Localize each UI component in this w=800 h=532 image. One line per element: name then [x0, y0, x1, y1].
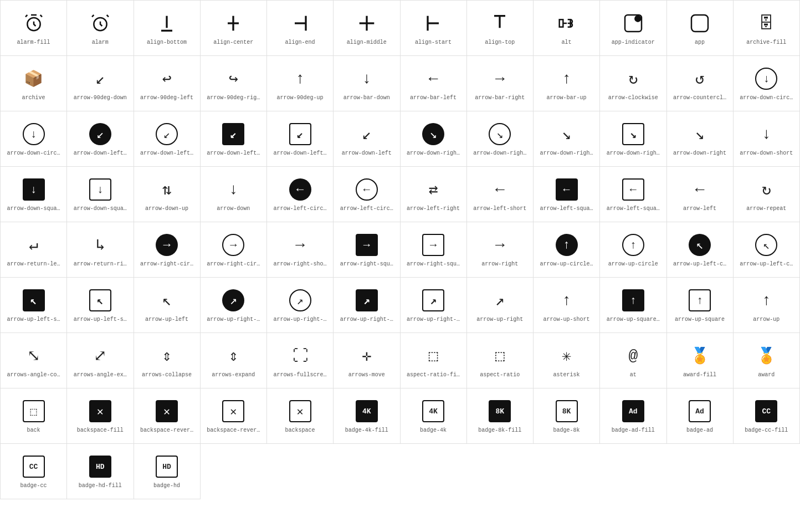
icon-cell-arrow-up-left[interactable]: ↖arrow-up-left — [134, 278, 201, 333]
icon-cell-arrows-fullscre-[interactable]: ⛶arrows-fullscre… — [267, 333, 334, 388]
icon-cell-asterisk[interactable]: ✳asterisk — [534, 333, 600, 388]
icon-cell-alarm[interactable]: alarm — [67, 1, 134, 56]
icon-cell-arrow-down-left-[interactable]: ↙arrow-down-left… — [67, 111, 134, 167]
icon-cell-aspect-ratio[interactable]: ⬚aspect-ratio — [467, 333, 534, 388]
icon-cell-archive-fill[interactable]: 🗄archive-fill — [734, 1, 800, 56]
icon-cell-arrow-bar-down[interactable]: ↓arrow-bar-down — [334, 56, 400, 111]
icon-cell-arrow-left-right[interactable]: ⇄arrow-left-right — [401, 167, 467, 222]
icon-cell-align-middle[interactable]: align-middle — [334, 1, 400, 56]
icon-cell-arrow-up-right--[interactable]: ↗arrow-up-right-… — [334, 278, 400, 333]
icon-cell-badge-ad[interactable]: Adbadge-ad — [667, 388, 734, 444]
icon-cell-arrow-90deg-left[interactable]: ↩arrow-90deg-left — [134, 56, 201, 111]
icon-cell-arrow-down-squa-[interactable]: ↓arrow-down-squa… — [67, 167, 134, 222]
icon-cell-arrows-angle-ex-[interactable]: ⤢arrows-angle-ex… — [67, 333, 134, 388]
icon-cell-arrow-countercl-[interactable]: ↺arrow-countercl… — [667, 56, 734, 111]
icon-cell-arrow-down-righ-[interactable]: ↘arrow-down-righ… — [467, 111, 534, 167]
icon-cell-badge-hd-fill[interactable]: HDbadge-hd-fill — [67, 444, 134, 499]
icon-cell-badge-ad-fill[interactable]: Adbadge-ad-fill — [600, 388, 666, 444]
icon-cell-backspace-rever-[interactable]: ✕backspace-rever… — [201, 388, 267, 444]
icon-cell-app[interactable]: app — [667, 1, 734, 56]
icon-cell-arrow-up-left-c-[interactable]: ↖arrow-up-left-c… — [667, 222, 734, 278]
icon-cell-arrows-collapse[interactable]: ⇕arrows-collapse — [134, 333, 201, 388]
icon-cell-arrow-up-short[interactable]: ↑arrow-up-short — [534, 278, 600, 333]
icon-cell-arrow-down-short[interactable]: ↓arrow-down-short — [734, 111, 800, 167]
icon-cell-arrow-90deg-up[interactable]: ↑arrow-90deg-up — [267, 56, 334, 111]
icon-cell-align-start[interactable]: align-start — [401, 1, 467, 56]
icon-cell-arrow-90deg-down[interactable]: ↙arrow-90deg-down — [67, 56, 134, 111]
icon-label: align-start — [415, 39, 452, 46]
icon-cell-arrow-down-righ-[interactable]: ↘arrow-down-righ… — [401, 111, 467, 167]
icon-cell-arrows-expand[interactable]: ⇕arrows-expand — [201, 333, 267, 388]
icon-cell-badge-8k-fill[interactable]: 8Kbadge-8k-fill — [467, 388, 534, 444]
icon-cell-arrow-up-right--[interactable]: ↗arrow-up-right-… — [401, 278, 467, 333]
icon-cell-badge-cc-fill[interactable]: CCbadge-cc-fill — [734, 388, 800, 444]
icon-cell-arrow-up-circle-[interactable]: ↑arrow-up-circle… — [534, 222, 600, 278]
icon-cell-arrow-left-squa-[interactable]: ←arrow-left-squa… — [600, 167, 666, 222]
icon-cell-arrow-left-circ-[interactable]: ←arrow-left-circ… — [334, 167, 400, 222]
icon-cell-arrow-down-left-[interactable]: ↙arrow-down-left… — [201, 111, 267, 167]
icon-cell-alarm-fill[interactable]: alarm-fill — [1, 1, 67, 56]
icon-cell-award[interactable]: 🏅award — [734, 333, 800, 388]
icon-cell-align-bottom[interactable]: align-bottom — [134, 1, 201, 56]
icon-cell-arrow-left-squa-[interactable]: ←arrow-left-squa… — [534, 167, 600, 222]
icon-cell-arrow-down-left-[interactable]: ↙arrow-down-left… — [267, 111, 334, 167]
icon-cell-arrow-bar-up[interactable]: ↑arrow-bar-up — [534, 56, 600, 111]
icon-cell-arrows-angle-co-[interactable]: ⤡arrows-angle-co… — [1, 333, 67, 388]
icon-cell-arrow-return-le-[interactable]: ↵arrow-return-le… — [1, 222, 67, 278]
icon-cell-arrow-left[interactable]: ←arrow-left — [667, 167, 734, 222]
icon-cell-arrow-right-cir-[interactable]: →arrow-right-cir… — [201, 222, 267, 278]
icon-cell-arrow-down-righ-[interactable]: ↘arrow-down-righ… — [600, 111, 666, 167]
icon-cell-arrow-right-squ-[interactable]: →arrow-right-squ… — [401, 222, 467, 278]
icon-cell-arrow-up-circle[interactable]: ↑arrow-up-circle — [600, 222, 666, 278]
icon-cell-arrow-clockwise[interactable]: ↻arrow-clockwise — [600, 56, 666, 111]
icon-cell-arrow-down-righ-[interactable]: ↘arrow-down-righ… — [534, 111, 600, 167]
icon-cell-arrow-down-right[interactable]: ↘arrow-down-right — [667, 111, 734, 167]
icon-cell-arrow-bar-left[interactable]: ←arrow-bar-left — [401, 56, 467, 111]
icon-cell-arrow-down-left-[interactable]: ↙arrow-down-left… — [134, 111, 201, 167]
icon-cell-backspace-fill[interactable]: ✕backspace-fill — [67, 388, 134, 444]
icon-cell-arrow-up-square-[interactable]: ↑arrow-up-square… — [600, 278, 666, 333]
icon-cell-app-indicator[interactable]: app-indicator — [600, 1, 666, 56]
icon-cell-arrow-left-circ-[interactable]: ←arrow-left-circ… — [267, 167, 334, 222]
icon-cell-arrow-return-ri-[interactable]: ↳arrow-return-ri… — [67, 222, 134, 278]
icon-cell-arrow-right-squ-[interactable]: →arrow-right-squ… — [334, 222, 400, 278]
icon-cell-arrow-left-short[interactable]: ←arrow-left-short — [467, 167, 534, 222]
icon-cell-alt[interactable]: alt — [534, 1, 600, 56]
icon-cell-arrow-right-sho-[interactable]: →arrow-right-sho… — [267, 222, 334, 278]
icon-cell-badge-4k[interactable]: 4Kbadge-4k — [401, 388, 467, 444]
icon-cell-align-end[interactable]: align-end — [267, 1, 334, 56]
icon-cell-arrow-up-right[interactable]: ↗arrow-up-right — [467, 278, 534, 333]
icon-cell-back[interactable]: ⬚back — [1, 388, 67, 444]
icon-cell-badge-8k[interactable]: 8Kbadge-8k — [534, 388, 600, 444]
icon-cell-arrow-right[interactable]: →arrow-right — [467, 222, 534, 278]
icon-cell-arrow-up-left-s-[interactable]: ↖arrow-up-left-s… — [1, 278, 67, 333]
icon-cell-arrow-repeat[interactable]: ↻arrow-repeat — [734, 167, 800, 222]
icon-cell-arrow-down-left[interactable]: ↙arrow-down-left — [334, 111, 400, 167]
icon-cell-badge-hd[interactable]: HDbadge-hd — [134, 444, 201, 499]
icon-cell-align-center[interactable]: align-center — [201, 1, 267, 56]
icon-cell-arrow-up-right--[interactable]: ↗arrow-up-right-… — [267, 278, 334, 333]
icon-cell-badge-cc[interactable]: CCbadge-cc — [1, 444, 67, 499]
icon-cell-arrow-down-circ-[interactable]: ↓arrow-down-circ… — [1, 111, 67, 167]
icon-cell-backspace-rever-[interactable]: ✕backspace-rever… — [134, 388, 201, 444]
icon-cell-award-fill[interactable]: 🏅award-fill — [667, 333, 734, 388]
icon-cell-arrow-down[interactable]: ↓arrow-down — [201, 167, 267, 222]
icon-cell-at[interactable]: @at — [600, 333, 666, 388]
icon-cell-arrow-90deg-rig-[interactable]: ↪arrow-90deg-rig… — [201, 56, 267, 111]
icon-cell-align-top[interactable]: align-top — [467, 1, 534, 56]
icon-cell-arrow-right-cir-[interactable]: →arrow-right-cir… — [134, 222, 201, 278]
icon-cell-arrow-down-squa-[interactable]: ↓arrow-down-squa… — [1, 167, 67, 222]
icon-cell-aspect-ratio-fi-[interactable]: ⬚aspect-ratio-fi… — [401, 333, 467, 388]
icon-cell-arrow-up-square[interactable]: ↑arrow-up-square — [667, 278, 734, 333]
icon-cell-backspace[interactable]: ✕backspace — [267, 388, 334, 444]
icon-cell-arrow-bar-right[interactable]: →arrow-bar-right — [467, 56, 534, 111]
icon-cell-arrow-up[interactable]: ↑arrow-up — [734, 278, 800, 333]
icon-cell-arrow-up-left-c-[interactable]: ↖arrow-up-left-c… — [734, 222, 800, 278]
icon-cell-arrow-up-right--[interactable]: ↗arrow-up-right-… — [201, 278, 267, 333]
icon-cell-badge-4k-fill[interactable]: 4Kbadge-4k-fill — [334, 388, 400, 444]
icon-cell-arrows-move[interactable]: ✛arrows-move — [334, 333, 400, 388]
icon-cell-arrow-up-left-s-[interactable]: ↖arrow-up-left-s… — [67, 278, 134, 333]
icon-cell-archive[interactable]: 📦archive — [1, 56, 67, 111]
icon-cell-arrow-down-circ-[interactable]: ↓arrow-down-circ… — [734, 56, 800, 111]
icon-cell-arrow-down-up[interactable]: ⇅arrow-down-up — [134, 167, 201, 222]
